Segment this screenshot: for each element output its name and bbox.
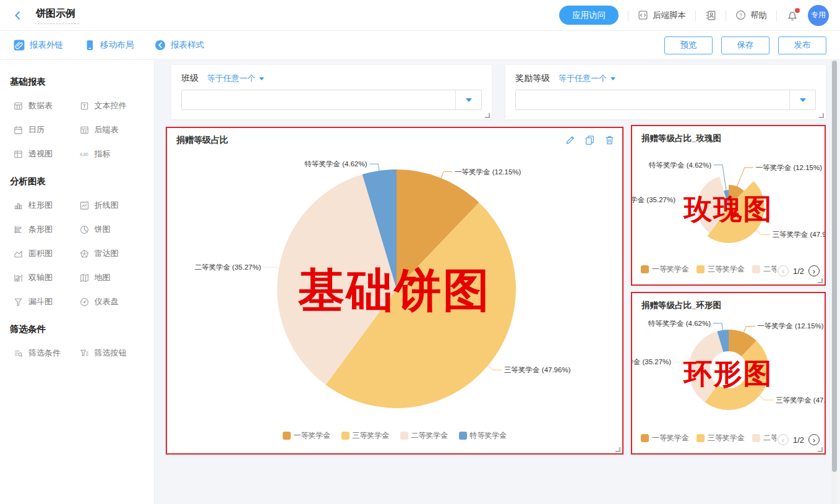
pager-next-button[interactable]: › [808,434,820,445]
legend-item[interactable]: 三等奖学金 [341,430,390,441]
backend-script-button[interactable]: 后端脚本 [638,10,686,21]
sidebar-item-area-chart[interactable]: 面积图 [14,248,80,259]
sidebar-item-funnel-chart[interactable]: 漏斗图 [14,296,80,307]
legend-item[interactable]: 二等奖学金 [752,264,776,275]
filter-operator-dropdown[interactable]: 等于任意一个 [207,73,264,84]
legend-swatch [283,432,291,440]
sidebar-item-bar-chart[interactable]: 条形图 [14,224,80,235]
app-access-button[interactable]: 应用访问 [559,6,619,25]
question-circle-icon: ? [735,10,746,20]
avatar[interactable]: 专用 [808,5,829,26]
filter-button-icon [80,349,89,358]
design-canvas: 班级 等于任意一个 奖励等级 等于任意一个 [155,60,840,504]
sidebar-item-filter-condition[interactable]: 筛选条件 [14,348,80,359]
legend-item[interactable]: 二等奖学金 [752,433,776,443]
legend-item[interactable]: 一等奖学金 [641,264,689,275]
preview-button[interactable]: 预览 [664,36,713,54]
rose-chart[interactable]: 一等奖学金 (12.15%)三等奖学金 (47.96%)二等奖学金 (35.27… [632,126,825,284]
pie-slice-label: 特等奖学金 (4.62%) [304,160,367,168]
legend-item[interactable]: 三等奖学金 [696,433,745,443]
sidebar-item-radar-chart[interactable]: 雷达图 [80,248,146,259]
legend-item[interactable]: 特等奖学金 [459,430,507,441]
select-arrow-segment[interactable] [789,90,815,109]
filter-widget-class[interactable]: 班级 等于任意一个 [171,65,492,119]
pager-prev-button[interactable]: ‹ [778,434,789,445]
legend-item[interactable]: 一等奖学金 [283,430,331,441]
legend-swatch [400,432,408,440]
sidebar-item-pivot[interactable]: 透视图 [14,148,80,160]
filter-operator-dropdown[interactable]: 等于任意一个 [559,73,615,84]
filter-widget-award-level[interactable]: 奖励等级 等于任意一个 [505,65,826,119]
chart-panel-basic-pie[interactable]: 捐赠等级占比 一等奖学金 (12.15%)三等奖学金 (47.96%)二等奖学金… [166,127,624,455]
pie-slice-label: 一等奖学金 (12.15%) [455,168,521,176]
contacts-button[interactable] [705,10,716,21]
funnel-icon [14,297,23,307]
resize-handle[interactable] [818,447,823,452]
sidebar-item-filter-button[interactable]: 筛选按钮 [80,348,146,359]
scrollbar-thumb[interactable] [832,61,837,472]
mobile-layout-label: 移动布局 [100,40,134,51]
mobile-layout-button[interactable]: 移动布局 [84,40,134,51]
edit-button[interactable] [565,135,575,148]
pie-style-icon [155,40,166,51]
pie-chart[interactable]: 一等奖学金 (12.15%)三等奖学金 (47.96%)二等奖学金 (35.27… [167,128,622,453]
page-title[interactable]: 饼图示例 [35,6,79,24]
report-style-button[interactable]: 报表样式 [155,40,204,51]
save-button[interactable]: 保存 [721,36,769,54]
chevron-down-icon [466,98,472,102]
publish-button[interactable]: 发布 [778,36,826,54]
resize-handle[interactable] [819,113,824,118]
select-arrow-segment[interactable] [455,90,481,109]
pager-page-indicator: 1/2 [793,435,804,445]
notifications-button[interactable] [786,9,799,22]
pager-next-button[interactable]: › [808,265,820,276]
sidebar-item-data-table[interactable]: 数据表 [14,100,80,111]
section-title-analysis-charts: 分析图表 [10,176,145,187]
filter-value-select[interactable] [181,90,482,110]
sidebar-item-map-chart[interactable]: 地图 [80,272,146,283]
component-sidebar: 基础报表 数据表 文本控件 日历 后端表 透视图 [0,60,155,504]
resize-handle[interactable] [818,278,823,283]
legend-label: 三等奖学金 [353,430,390,441]
chart-panel-rose[interactable]: 捐赠等级占比_玫瑰图 一等奖学金 (12.15%)三等奖学金 (47.96%)二… [631,125,826,286]
help-button[interactable]: ? 帮助 [735,10,767,21]
legend-swatch [641,265,649,273]
pencil-icon [565,135,575,145]
sidebar-item-line-chart[interactable]: 折线图 [80,200,146,211]
bar-chart-icon [14,225,23,234]
legend-item[interactable]: 三等奖学金 [696,264,745,275]
legend-item[interactable]: 一等奖学金 [641,433,689,443]
report-link-button[interactable]: 报表外链 [14,40,63,51]
sidebar-item-dual-axis-chart[interactable]: 双轴图 [14,272,80,283]
resize-handle[interactable] [615,447,620,452]
pie-slice-label: 三等奖学金 (47.96%) [773,231,825,238]
delete-button[interactable] [604,135,615,148]
sidebar-item-metric[interactable]: 4,80 指标 [80,148,146,160]
secondary-toolbar: 报表外链 移动布局 报表样式 预览 保存 发布 [0,31,840,60]
pie-slice-label: 一等奖学金 (12.15%) [757,322,824,330]
sidebar-item-gauge-chart[interactable]: 仪表盘 [80,296,146,307]
sidebar-item-calendar[interactable]: 日历 [14,124,80,135]
copy-button[interactable] [585,135,595,148]
label-leader-line [369,164,379,171]
chart-title: 捐赠等级占比_玫瑰图 [641,133,721,144]
report-designer: 饼图示例 应用访问 后端脚本 ? 帮助 专用 [0,0,840,504]
legend-item[interactable]: 二等奖学金 [400,430,448,441]
notification-dot [795,8,800,13]
filter-value-select[interactable] [515,90,816,110]
pager-prev-button[interactable]: ‹ [778,265,789,276]
donut-chart[interactable]: 一等奖学金 (12.15%)三等奖学金 (47.96%)二等奖学金 (35.27… [632,293,825,453]
sidebar-item-pie-chart[interactable]: 饼图 [80,224,146,235]
legend-label: 一等奖学金 [652,264,689,275]
sidebar-item-column-chart[interactable]: 柱形图 [14,200,80,211]
code-icon [638,10,648,20]
resize-handle[interactable] [485,113,490,118]
back-button[interactable] [11,9,25,22]
sidebar-item-backend-table[interactable]: 后端表 [80,124,146,135]
legend-label: 二等奖学金 [763,433,776,443]
legend-pager: ‹ 1/2 › [778,265,820,276]
section-title-filters: 筛选条件 [10,323,145,335]
chart-panel-donut[interactable]: 捐赠等级占比_环形图 一等奖学金 (12.15%)三等奖学金 (47.96%)二… [631,292,826,455]
sidebar-item-text-control[interactable]: 文本控件 [80,100,146,111]
chart-legend: 一等奖学金三等奖学金二等奖学金特等奖学金 [641,264,776,275]
